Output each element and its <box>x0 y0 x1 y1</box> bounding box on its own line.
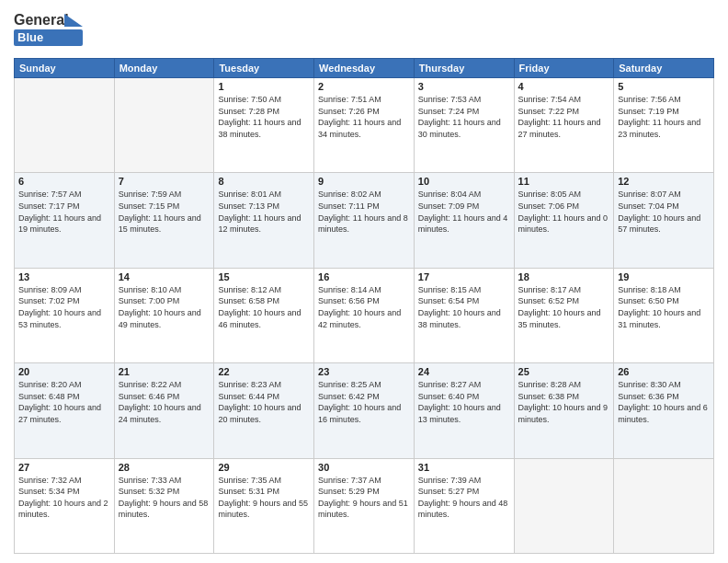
day-info: Sunrise: 8:20 AM Sunset: 6:48 PM Dayligh… <box>18 379 110 425</box>
day-info: Sunrise: 7:50 AM Sunset: 7:28 PM Dayligh… <box>218 94 310 140</box>
calendar-cell: 4Sunrise: 7:54 AM Sunset: 7:22 PM Daylig… <box>514 78 614 173</box>
day-number: 20 <box>18 366 110 377</box>
day-number: 1 <box>218 81 310 92</box>
day-number: 10 <box>418 176 510 187</box>
day-info: Sunrise: 8:18 AM Sunset: 6:50 PM Dayligh… <box>618 284 710 330</box>
calendar-cell: 9Sunrise: 8:02 AM Sunset: 7:11 PM Daylig… <box>314 173 415 268</box>
day-info: Sunrise: 8:23 AM Sunset: 6:44 PM Dayligh… <box>218 379 310 425</box>
day-number: 13 <box>18 271 110 282</box>
calendar-header-thursday: Thursday <box>414 59 514 78</box>
day-info: Sunrise: 8:10 AM Sunset: 7:00 PM Dayligh… <box>119 284 210 330</box>
calendar-cell: 14Sunrise: 8:10 AM Sunset: 7:00 PM Dayli… <box>114 268 214 362</box>
calendar-cell: 3Sunrise: 7:53 AM Sunset: 7:24 PM Daylig… <box>414 78 514 173</box>
day-number: 2 <box>318 81 410 92</box>
day-number: 31 <box>418 462 510 473</box>
day-number: 16 <box>318 271 410 282</box>
day-number: 5 <box>618 81 710 92</box>
day-info: Sunrise: 8:07 AM Sunset: 7:04 PM Dayligh… <box>618 189 710 235</box>
calendar-cell: 29Sunrise: 7:35 AM Sunset: 5:31 PM Dayli… <box>214 458 314 553</box>
day-number: 8 <box>218 176 310 187</box>
day-info: Sunrise: 7:33 AM Sunset: 5:32 PM Dayligh… <box>119 475 210 521</box>
calendar-cell: 23Sunrise: 8:25 AM Sunset: 6:42 PM Dayli… <box>314 363 415 458</box>
calendar-header-saturday: Saturday <box>614 59 714 78</box>
day-number: 19 <box>618 271 710 282</box>
day-number: 4 <box>518 81 610 92</box>
svg-text:Blue: Blue <box>17 30 43 44</box>
calendar-cell: 30Sunrise: 7:37 AM Sunset: 5:29 PM Dayli… <box>314 458 415 553</box>
calendar-cell: 1Sunrise: 7:50 AM Sunset: 7:28 PM Daylig… <box>214 78 314 173</box>
calendar-cell <box>114 78 214 173</box>
calendar-header-sunday: Sunday <box>15 59 115 78</box>
calendar-week-row: 27Sunrise: 7:32 AM Sunset: 5:34 PM Dayli… <box>15 458 714 553</box>
calendar-cell: 28Sunrise: 7:33 AM Sunset: 5:32 PM Dayli… <box>114 458 214 553</box>
day-info: Sunrise: 8:30 AM Sunset: 6:36 PM Dayligh… <box>618 379 710 425</box>
calendar-cell: 24Sunrise: 8:27 AM Sunset: 6:40 PM Dayli… <box>414 363 514 458</box>
day-info: Sunrise: 7:54 AM Sunset: 7:22 PM Dayligh… <box>518 94 610 140</box>
day-info: Sunrise: 8:22 AM Sunset: 6:46 PM Dayligh… <box>119 379 210 425</box>
calendar-cell: 16Sunrise: 8:14 AM Sunset: 6:56 PM Dayli… <box>314 268 415 362</box>
calendar-cell: 31Sunrise: 7:39 AM Sunset: 5:27 PM Dayli… <box>414 458 514 553</box>
day-number: 18 <box>518 271 610 282</box>
day-number: 26 <box>618 366 710 377</box>
calendar-cell: 5Sunrise: 7:56 AM Sunset: 7:19 PM Daylig… <box>614 78 714 173</box>
day-number: 22 <box>218 366 310 377</box>
day-number: 30 <box>318 462 410 473</box>
day-number: 25 <box>518 366 610 377</box>
calendar-week-row: 6Sunrise: 7:57 AM Sunset: 7:17 PM Daylig… <box>15 173 714 268</box>
calendar-cell: 17Sunrise: 8:15 AM Sunset: 6:54 PM Dayli… <box>414 268 514 362</box>
day-info: Sunrise: 8:12 AM Sunset: 6:58 PM Dayligh… <box>218 284 310 330</box>
calendar-header-friday: Friday <box>514 59 614 78</box>
svg-marker-1 <box>64 14 83 27</box>
day-number: 21 <box>119 366 210 377</box>
day-info: Sunrise: 8:05 AM Sunset: 7:06 PM Dayligh… <box>518 189 610 235</box>
calendar-header-wednesday: Wednesday <box>314 59 415 78</box>
day-info: Sunrise: 8:27 AM Sunset: 6:40 PM Dayligh… <box>418 379 510 425</box>
calendar-cell: 8Sunrise: 8:01 AM Sunset: 7:13 PM Daylig… <box>214 173 314 268</box>
calendar-header-tuesday: Tuesday <box>214 59 314 78</box>
day-info: Sunrise: 8:09 AM Sunset: 7:02 PM Dayligh… <box>18 284 110 330</box>
day-info: Sunrise: 8:25 AM Sunset: 6:42 PM Dayligh… <box>318 379 410 425</box>
day-number: 17 <box>418 271 510 282</box>
day-info: Sunrise: 7:51 AM Sunset: 7:26 PM Dayligh… <box>318 94 410 140</box>
day-number: 3 <box>418 81 510 92</box>
calendar-cell: 11Sunrise: 8:05 AM Sunset: 7:06 PM Dayli… <box>514 173 614 268</box>
day-info: Sunrise: 7:35 AM Sunset: 5:31 PM Dayligh… <box>218 475 310 521</box>
calendar-cell: 25Sunrise: 8:28 AM Sunset: 6:38 PM Dayli… <box>514 363 614 458</box>
day-info: Sunrise: 7:39 AM Sunset: 5:27 PM Dayligh… <box>418 475 510 521</box>
logo: General Blue <box>14 9 87 51</box>
header: General Blue <box>14 9 714 51</box>
calendar-cell: 15Sunrise: 8:12 AM Sunset: 6:58 PM Dayli… <box>214 268 314 362</box>
calendar-cell: 2Sunrise: 7:51 AM Sunset: 7:26 PM Daylig… <box>314 78 415 173</box>
calendar-cell: 12Sunrise: 8:07 AM Sunset: 7:04 PM Dayli… <box>614 173 714 268</box>
day-number: 28 <box>119 462 210 473</box>
day-info: Sunrise: 7:53 AM Sunset: 7:24 PM Dayligh… <box>418 94 510 140</box>
day-number: 12 <box>618 176 710 187</box>
calendar-cell: 19Sunrise: 8:18 AM Sunset: 6:50 PM Dayli… <box>614 268 714 362</box>
calendar-cell <box>614 458 714 553</box>
day-number: 11 <box>518 176 610 187</box>
day-info: Sunrise: 8:14 AM Sunset: 6:56 PM Dayligh… <box>318 284 410 330</box>
day-info: Sunrise: 7:59 AM Sunset: 7:15 PM Dayligh… <box>119 189 210 235</box>
calendar-cell: 7Sunrise: 7:59 AM Sunset: 7:15 PM Daylig… <box>114 173 214 268</box>
calendar-week-row: 13Sunrise: 8:09 AM Sunset: 7:02 PM Dayli… <box>15 268 714 362</box>
calendar-cell: 10Sunrise: 8:04 AM Sunset: 7:09 PM Dayli… <box>414 173 514 268</box>
calendar-week-row: 20Sunrise: 8:20 AM Sunset: 6:48 PM Dayli… <box>15 363 714 458</box>
day-info: Sunrise: 8:01 AM Sunset: 7:13 PM Dayligh… <box>218 189 310 235</box>
day-number: 6 <box>18 176 110 187</box>
calendar-cell: 13Sunrise: 8:09 AM Sunset: 7:02 PM Dayli… <box>15 268 115 362</box>
day-info: Sunrise: 8:04 AM Sunset: 7:09 PM Dayligh… <box>418 189 510 235</box>
calendar-cell <box>15 78 115 173</box>
day-info: Sunrise: 7:57 AM Sunset: 7:17 PM Dayligh… <box>18 189 110 235</box>
calendar-week-row: 1Sunrise: 7:50 AM Sunset: 7:28 PM Daylig… <box>15 78 714 173</box>
day-info: Sunrise: 8:15 AM Sunset: 6:54 PM Dayligh… <box>418 284 510 330</box>
calendar-table: SundayMondayTuesdayWednesdayThursdayFrid… <box>14 58 714 554</box>
day-number: 9 <box>318 176 410 187</box>
day-number: 23 <box>318 366 410 377</box>
calendar-cell: 6Sunrise: 7:57 AM Sunset: 7:17 PM Daylig… <box>15 173 115 268</box>
page: General Blue SundayMondayTuesdayWednesda… <box>0 0 728 563</box>
day-number: 14 <box>119 271 210 282</box>
day-info: Sunrise: 8:17 AM Sunset: 6:52 PM Dayligh… <box>518 284 610 330</box>
day-info: Sunrise: 7:56 AM Sunset: 7:19 PM Dayligh… <box>618 94 710 140</box>
day-number: 24 <box>418 366 510 377</box>
calendar-cell: 22Sunrise: 8:23 AM Sunset: 6:44 PM Dayli… <box>214 363 314 458</box>
